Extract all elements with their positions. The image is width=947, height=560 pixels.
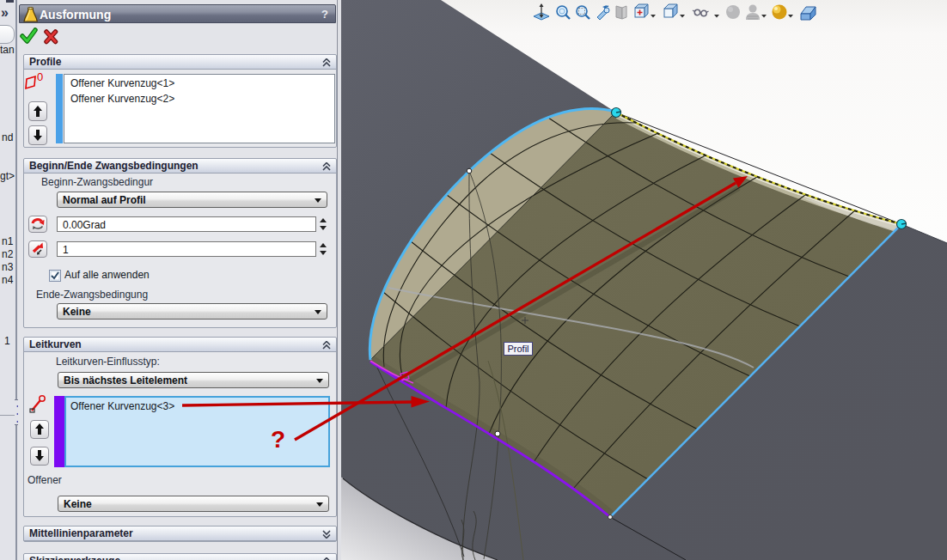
svg-text:0: 0	[37, 71, 43, 83]
